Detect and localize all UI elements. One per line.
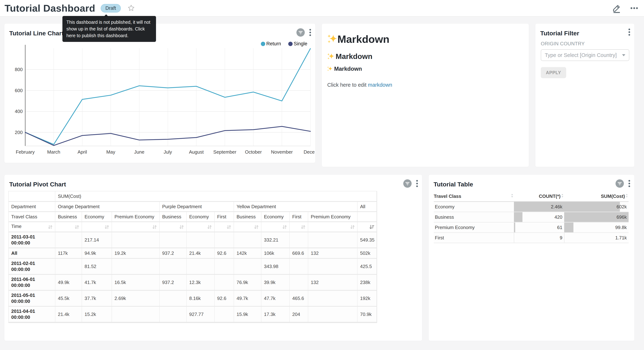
pivot-class-header bbox=[357, 212, 376, 222]
pivot-class-header: First bbox=[290, 212, 308, 222]
markdown-h3: Markdown bbox=[327, 66, 362, 72]
pivot-cell bbox=[308, 232, 357, 248]
top-bar: Tutorial Dashboard Draft bbox=[0, 0, 644, 17]
pivot-cell bbox=[112, 258, 160, 274]
draft-status-badge[interactable]: Draft bbox=[101, 4, 121, 12]
pivot-class-header: Business bbox=[234, 212, 261, 222]
y-axis-tick: 600 bbox=[15, 88, 23, 93]
sort-icon[interactable] bbox=[179, 224, 184, 230]
pivot-cell: 21.4k bbox=[186, 248, 214, 258]
pivot-row-label: 2011-06-01 00:00:00 bbox=[9, 274, 55, 290]
origin-country-select[interactable]: Type or Select [Origin Country] bbox=[541, 49, 629, 61]
x-axis-tick: Dece bbox=[304, 149, 315, 155]
markdown-card: Markdown Markdown Markdown Click here to… bbox=[322, 24, 529, 167]
sort-icon[interactable] bbox=[152, 224, 158, 230]
sort-icon[interactable] bbox=[300, 224, 306, 230]
pivot-corner-cell bbox=[9, 191, 55, 202]
pivot-cell: 465.6 bbox=[290, 290, 308, 306]
sort-icon[interactable] bbox=[254, 224, 259, 230]
y-axis-tick: 400 bbox=[15, 109, 23, 114]
markdown-h2: Markdown bbox=[327, 52, 372, 61]
sort-icon[interactable] bbox=[104, 224, 110, 230]
pivot-cell: 106k bbox=[261, 248, 290, 258]
favorite-star-icon[interactable] bbox=[127, 4, 135, 12]
pivot-cell bbox=[160, 290, 186, 306]
legend-item-single[interactable]: Single bbox=[288, 41, 307, 46]
pivot-cell bbox=[55, 232, 82, 248]
sort-icon[interactable] bbox=[226, 224, 232, 230]
pivot-cell bbox=[112, 306, 160, 322]
legend-label: Single bbox=[294, 41, 307, 46]
sort-caret-icon[interactable] bbox=[510, 193, 514, 198]
pivot-cell: 70.9k bbox=[357, 306, 376, 322]
sort-descending-icon[interactable] bbox=[369, 224, 374, 230]
pivot-chart-card: Tutorial Pivot Chart SUM(Cost)Department… bbox=[4, 174, 422, 341]
sort-icon[interactable] bbox=[282, 224, 288, 230]
pivot-cell bbox=[214, 306, 234, 322]
pivot-axis-travel-class: Travel Class bbox=[9, 212, 55, 222]
pivot-row: 2011-03-01 00:00:00217.14332.21549.35 bbox=[9, 232, 376, 248]
sort-icon[interactable] bbox=[206, 224, 212, 230]
pivot-cell: 142k bbox=[234, 248, 261, 258]
pivot-cell: 343.98 bbox=[261, 258, 290, 274]
cell-count: 2.46k bbox=[514, 202, 564, 212]
select-placeholder: Type or Select [Origin Country] bbox=[545, 52, 617, 58]
pivot-cell: 8.16k bbox=[186, 290, 214, 306]
sort-caret-icon[interactable] bbox=[625, 193, 628, 198]
pivot-cell: 49.9k bbox=[55, 274, 82, 290]
pivot-row-label: 2011-02-01 00:00:00 bbox=[9, 258, 55, 274]
column-header-sum-cost[interactable]: SUM(Cost) bbox=[564, 191, 628, 202]
cell-sum-cost: 99.8k bbox=[564, 222, 628, 233]
sparkles-icon bbox=[327, 66, 332, 72]
sort-icon[interactable] bbox=[74, 224, 80, 230]
sort-icon[interactable] bbox=[47, 224, 53, 230]
pivot-cell bbox=[308, 306, 357, 322]
x-axis-tick: November bbox=[271, 149, 293, 155]
sort-caret-icon[interactable] bbox=[560, 193, 564, 198]
sort-icon[interactable] bbox=[350, 224, 356, 230]
pivot-group-header: Orange Department bbox=[55, 202, 160, 212]
pivot-sort-cell bbox=[82, 222, 112, 232]
more-options-icon[interactable] bbox=[630, 4, 639, 13]
kebab-menu-icon[interactable] bbox=[628, 180, 630, 187]
cell-travel-class: Premium Economy bbox=[434, 222, 514, 233]
pivot-cell bbox=[234, 258, 261, 274]
x-axis-tick: October bbox=[245, 149, 262, 155]
pivot-cell: 92.6 bbox=[214, 290, 234, 306]
pivot-cell: 669.6 bbox=[290, 248, 308, 258]
markdown-paragraph: Click here to edit markdown bbox=[327, 82, 392, 88]
pivot-cell: 12.3k bbox=[186, 274, 214, 290]
pivot-cell: 19.2k bbox=[112, 248, 160, 258]
x-axis-tick: September bbox=[213, 149, 236, 155]
cell-sum-cost: 696k bbox=[564, 212, 628, 222]
column-header-count[interactable]: COUNT(*) bbox=[514, 191, 564, 202]
pivot-cell bbox=[290, 274, 308, 290]
kebab-menu-icon[interactable] bbox=[628, 28, 630, 36]
pivot-row-label: All bbox=[9, 248, 55, 258]
pivot-cell: 2.69k bbox=[112, 290, 160, 306]
pivot-cell: 502k bbox=[357, 248, 376, 258]
column-header-travel-class[interactable]: Travel Class bbox=[434, 191, 514, 202]
edit-pencil-icon[interactable] bbox=[612, 3, 622, 13]
pivot-row: 2011-05-01 00:00:0045.5k37.7k2.69k8.16k9… bbox=[9, 290, 376, 306]
cell-travel-class: Economy bbox=[434, 202, 514, 212]
y-axis-tick: 800 bbox=[15, 67, 23, 72]
cell-count: 9 bbox=[514, 233, 564, 243]
markdown-edit-link[interactable]: markdown bbox=[368, 82, 392, 88]
pivot-cell bbox=[160, 306, 186, 322]
pivot-cell bbox=[214, 274, 234, 290]
pivot-sort-cell bbox=[261, 222, 290, 232]
y-axis-tick: 200 bbox=[15, 130, 23, 135]
cross-filter-icon[interactable] bbox=[403, 179, 412, 188]
pivot-cell bbox=[308, 258, 357, 274]
pivot-cell: 81.52 bbox=[82, 258, 112, 274]
apply-button[interactable]: APPLY bbox=[541, 67, 566, 78]
cell-sum-cost: 1.71k bbox=[564, 233, 628, 243]
header-actions bbox=[612, 0, 639, 16]
kebab-menu-icon[interactable] bbox=[416, 180, 418, 187]
cross-filter-icon[interactable] bbox=[616, 179, 624, 188]
legend-item-return[interactable]: Return bbox=[261, 41, 281, 46]
markdown-h1: Markdown bbox=[327, 33, 390, 45]
pivot-group-header: All bbox=[357, 202, 376, 212]
pivot-cell: 132 bbox=[308, 248, 357, 258]
